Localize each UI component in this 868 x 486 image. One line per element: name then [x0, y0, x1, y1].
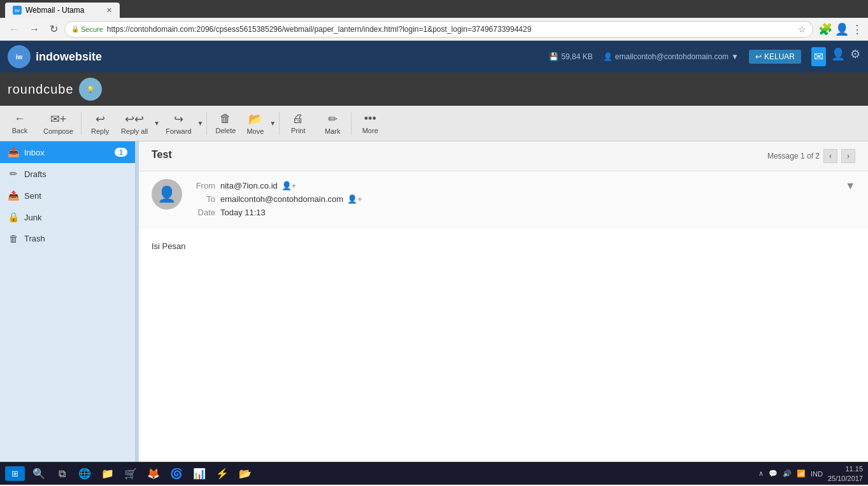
forward-icon: ↪: [174, 112, 183, 126]
drafts-icon: ✏: [8, 168, 19, 180]
logout-label: KELUAR: [764, 52, 795, 61]
sidebar-item-junk[interactable]: 🔒 Junk: [0, 206, 135, 228]
forward-dropdown[interactable]: ▼: [196, 120, 206, 127]
delete-icon: 🗑: [220, 112, 231, 125]
email-navigation: Message 1 of 2 ‹ ›: [767, 149, 855, 163]
start-button[interactable]: ⊞: [5, 466, 25, 481]
sidebar-item-inbox[interactable]: 📥 Inbox 1: [0, 141, 135, 163]
compose-button[interactable]: ✉+ Compose: [37, 107, 80, 140]
delete-label: Delete: [216, 127, 236, 134]
mail-header-icon[interactable]: ✉: [811, 47, 826, 66]
sender-avatar: 👤: [152, 179, 182, 210]
taskbar: ⊞ 🔍 ⧉ 🌐 📁 🛒 🦊 🌀 📊 ⚡ 📂 ∧ 💬 🔊 📶 IND 11.15 …: [0, 462, 868, 485]
contacts-header-icon[interactable]: 👤: [831, 47, 845, 66]
taskbar-app4-icon[interactable]: 📂: [236, 465, 254, 483]
reply-label: Reply: [91, 127, 109, 135]
reply-all-label: Reply all: [121, 127, 148, 135]
back-button[interactable]: ←: [5, 21, 23, 38]
taskbar-firefox-icon[interactable]: 🦊: [145, 465, 162, 483]
tray-clock: 11.15 25/10/2017: [828, 464, 863, 483]
rc-header: roundcube 💡: [0, 73, 868, 106]
add-contact-icon[interactable]: 👤+: [281, 181, 297, 190]
profile-button[interactable]: 👤: [835, 22, 849, 36]
trash-icon: 🗑: [8, 233, 19, 244]
taskbar-explorer-icon[interactable]: 📁: [99, 465, 117, 483]
prev-message-button[interactable]: ‹: [823, 149, 837, 163]
from-row: From nita@7ion.co.id 👤+: [190, 179, 837, 192]
back-toolbar-label: Back: [12, 127, 27, 134]
main-layout: 📥 Inbox 1 ✏ Drafts 📤 Sent 🔒 Junk 🗑 Trash…: [0, 141, 868, 462]
lock-icon: 🔒: [71, 25, 79, 32]
from-label: From: [190, 181, 215, 190]
from-email: nita@7ion.co.id: [220, 181, 278, 190]
tab-favicon: iw: [13, 6, 22, 15]
move-button[interactable]: 📂 Move: [243, 107, 267, 140]
to-add-contact-icon[interactable]: 👤+: [347, 194, 362, 204]
print-button[interactable]: 🖨 Print: [281, 107, 315, 140]
settings-header-icon[interactable]: ⚙: [850, 47, 860, 66]
toolbar-separator-1: [81, 112, 82, 135]
rc-logo-icon: 💡: [87, 86, 94, 93]
inbox-icon: 📥: [8, 147, 19, 158]
sent-icon: 📤: [8, 190, 19, 201]
sidebar-item-drafts[interactable]: ✏ Drafts: [0, 163, 135, 185]
email-header: Test Message 1 of 2 ‹ ›: [139, 141, 868, 171]
taskbar-app3-icon[interactable]: ⚡: [213, 465, 231, 483]
email-body-text: Isi Pesan: [152, 240, 855, 253]
email-subject: Test: [152, 149, 767, 161]
reply-button[interactable]: ↩ Reply: [83, 107, 117, 140]
reply-all-dropdown[interactable]: ▼: [152, 120, 162, 127]
taskbar-store-icon[interactable]: 🛒: [122, 465, 139, 483]
date-value: Today 11:13: [220, 208, 266, 217]
mark-button[interactable]: ✏ Mark: [315, 107, 350, 140]
expand-headers-button[interactable]: ▼: [845, 180, 855, 192]
tab-title: Webmail - Utama: [25, 6, 84, 15]
to-email: emailcontoh@contohdomain.com: [220, 194, 343, 204]
tray-notification-icon[interactable]: 💬: [769, 469, 778, 478]
reply-icon: ↩: [96, 112, 105, 126]
email-body: Isi Pesan: [139, 227, 868, 462]
sidebar-item-trash[interactable]: 🗑 Trash: [0, 228, 135, 249]
more-label: More: [362, 127, 378, 134]
tray-volume-icon[interactable]: 🔊: [783, 469, 792, 478]
taskbar-search-button[interactable]: 🔍: [30, 465, 48, 483]
junk-label: Junk: [24, 213, 127, 222]
reload-button[interactable]: ↻: [46, 20, 62, 38]
tray-expand-icon[interactable]: ∧: [758, 469, 764, 478]
extensions-button[interactable]: 🧩: [818, 22, 832, 36]
browser-controls: ← → ↻ 🔒 Secure https://contohdomain.com:…: [0, 18, 868, 41]
tab-close-button[interactable]: ✕: [106, 6, 112, 15]
taskbar-app2-icon[interactable]: 📊: [190, 465, 208, 483]
reply-all-button[interactable]: ↩↩ Reply all: [117, 107, 152, 140]
system-tray: ∧ 💬 🔊 📶 IND 11.15 25/10/2017: [758, 464, 863, 483]
iw-logo-icon: iw: [8, 45, 31, 68]
more-button[interactable]: ••• More: [353, 107, 387, 140]
email-view: Test Message 1 of 2 ‹ › 👤 From nita@7ion…: [139, 141, 868, 462]
forward-button[interactable]: ↪ Forward: [162, 107, 195, 140]
sidebar-item-sent[interactable]: 📤 Sent: [0, 185, 135, 206]
toolbar: ← Back ✉+ Compose ↩ Reply ↩↩ Reply all ▼…: [0, 106, 868, 141]
browser-settings-button[interactable]: ⋮: [851, 22, 863, 36]
taskbar-ie-icon[interactable]: 🌐: [76, 465, 94, 483]
task-view-button[interactable]: ⧉: [53, 465, 71, 483]
delete-button[interactable]: 🗑 Delete: [208, 107, 243, 140]
iw-right-section: 💾 59,84 KB 👤 emailcontoh@contohdomain.co…: [549, 47, 860, 66]
next-message-button[interactable]: ›: [841, 149, 855, 163]
address-bar[interactable]: 🔒 Secure https://contohdomain.com:2096/c…: [64, 21, 813, 38]
taskbar-app1-icon[interactable]: 🌀: [167, 465, 185, 483]
user-dropdown-icon[interactable]: ▼: [731, 52, 739, 61]
move-dropdown[interactable]: ▼: [267, 120, 278, 127]
active-tab[interactable]: iw Webmail - Utama ✕: [5, 3, 120, 18]
inbox-badge: 1: [115, 148, 127, 157]
logout-button[interactable]: ↩ KELUAR: [749, 50, 801, 64]
back-toolbar-button[interactable]: ← Back: [3, 107, 37, 140]
inbox-label: Inbox: [24, 148, 110, 157]
iw-logo-area: iw indowebsite: [8, 45, 102, 68]
bookmark-button[interactable]: ☆: [798, 24, 806, 34]
forward-button[interactable]: →: [25, 21, 43, 38]
toolbar-separator-3: [279, 112, 280, 135]
trash-label: Trash: [24, 234, 127, 243]
move-split-button: 📂 Move ▼: [243, 107, 278, 140]
tray-network-icon[interactable]: 📶: [797, 469, 806, 478]
header-top-icons: ✉ 👤 ⚙: [811, 47, 860, 66]
